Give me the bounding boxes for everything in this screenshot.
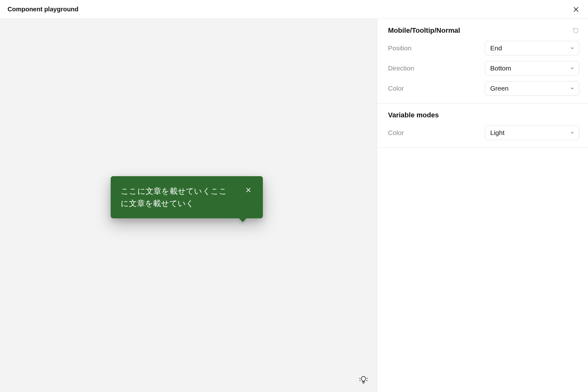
close-icon xyxy=(245,187,252,193)
section-header: Mobile/Tooltip/Normal xyxy=(388,26,579,35)
chevron-down-icon xyxy=(570,66,574,70)
chevron-down-icon xyxy=(570,46,574,50)
variable-modes-section: Variable modes Color Light xyxy=(377,104,588,148)
section-header: Variable modes xyxy=(388,111,579,119)
select-mode-color[interactable]: Light xyxy=(485,126,579,140)
preview-canvas[interactable]: ここに文章を載せていくここに文章を載せていく xyxy=(0,19,377,392)
tooltip: ここに文章を載せていくここに文章を載せていく xyxy=(111,176,263,218)
prop-label: Direction xyxy=(388,64,414,72)
prop-row-direction: Direction Bottom xyxy=(388,61,579,76)
page-title: Component playground xyxy=(8,6,79,13)
prop-row-color: Color Green xyxy=(388,81,579,96)
component-props-section: Mobile/Tooltip/Normal Position End xyxy=(377,19,588,104)
select-value: Green xyxy=(490,85,508,92)
svg-line-6 xyxy=(367,378,368,378)
select-value: Bottom xyxy=(490,64,511,72)
mode-row-color: Color Light xyxy=(388,126,579,140)
prop-label: Position xyxy=(388,44,412,52)
svg-line-4 xyxy=(359,378,360,378)
tooltip-arrow xyxy=(238,218,247,222)
prop-row-position: Position End xyxy=(388,41,579,55)
component-path: Mobile/Tooltip/Normal xyxy=(388,26,460,35)
prop-label: Color xyxy=(388,85,404,92)
reset-button[interactable] xyxy=(572,27,579,34)
close-icon xyxy=(573,6,580,13)
svg-line-5 xyxy=(360,380,360,381)
svg-line-7 xyxy=(367,380,367,381)
section-title: Variable modes xyxy=(388,111,439,119)
prop-label: Color xyxy=(388,129,404,137)
ideas-button[interactable] xyxy=(358,374,369,385)
chevron-down-icon xyxy=(570,131,574,135)
select-color[interactable]: Green xyxy=(485,81,579,96)
tooltip-text: ここに文章を載せていくここに文章を載せていく xyxy=(121,185,235,210)
reset-icon xyxy=(573,27,579,34)
select-position[interactable]: End xyxy=(485,41,579,55)
select-value: End xyxy=(490,44,502,52)
tooltip-close-button[interactable] xyxy=(244,186,253,194)
select-value: Light xyxy=(490,129,505,137)
chevron-down-icon xyxy=(570,86,574,91)
close-button[interactable] xyxy=(572,5,580,14)
lightbulb-icon xyxy=(359,375,368,384)
playground-header: Component playground xyxy=(0,0,588,19)
main: ここに文章を載せていくここに文章を載せていく xyxy=(0,19,588,392)
select-direction[interactable]: Bottom xyxy=(485,61,579,76)
properties-panel: Mobile/Tooltip/Normal Position End xyxy=(377,19,588,392)
component-instance: ここに文章を載せていくここに文章を載せていく xyxy=(111,176,263,218)
